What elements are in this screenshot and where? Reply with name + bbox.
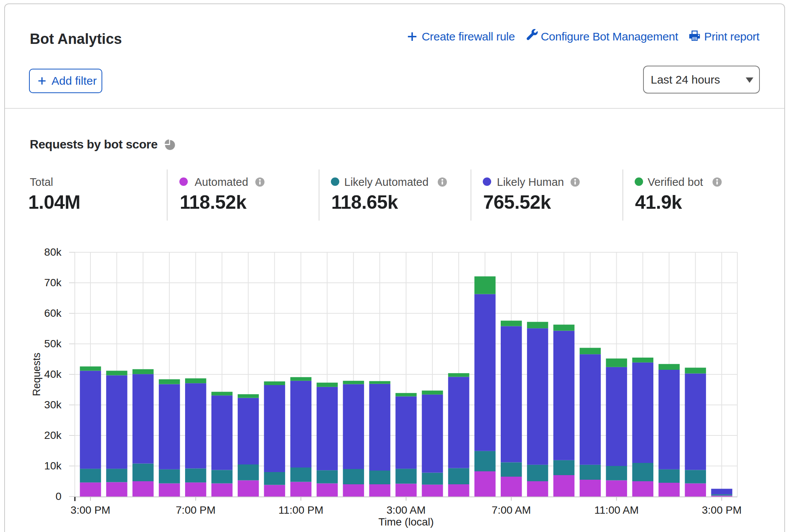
svg-text:40k: 40k <box>44 368 62 380</box>
svg-text:Requests: Requests <box>31 353 42 396</box>
svg-text:11:00 AM: 11:00 AM <box>594 504 638 516</box>
svg-text:70k: 70k <box>44 277 62 289</box>
svg-text:80k: 80k <box>44 246 62 258</box>
svg-text:7:00 PM: 7:00 PM <box>176 504 216 516</box>
svg-text:7:00 AM: 7:00 AM <box>492 504 531 516</box>
svg-text:3:00 PM: 3:00 PM <box>71 504 110 516</box>
svg-text:20k: 20k <box>44 429 62 441</box>
svg-text:11:00 PM: 11:00 PM <box>279 504 324 516</box>
svg-text:30k: 30k <box>44 399 62 411</box>
svg-text:10k: 10k <box>44 460 62 472</box>
svg-text:0: 0 <box>55 490 61 502</box>
svg-text:3:00 PM: 3:00 PM <box>702 504 742 516</box>
svg-text:50k: 50k <box>44 338 62 350</box>
svg-text:3:00 AM: 3:00 AM <box>387 504 426 516</box>
svg-text:60k: 60k <box>44 307 62 319</box>
svg-text:Time (local): Time (local) <box>378 516 434 528</box>
